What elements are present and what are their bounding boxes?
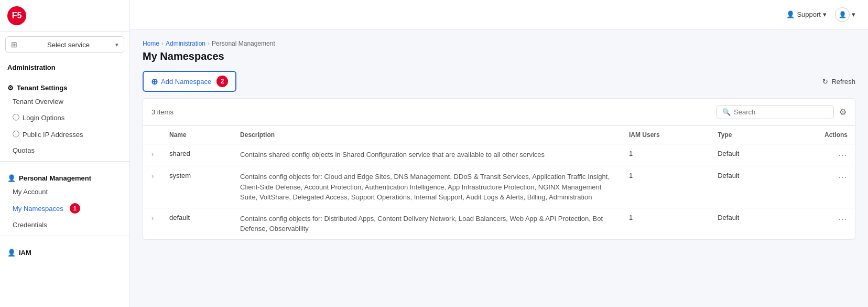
items-count: 3 items [151, 108, 173, 116]
col-actions: Actions [781, 126, 855, 144]
row-iam-users: 1 [622, 144, 710, 166]
personal-management-title: 👤 Personal Management [0, 169, 129, 184]
row-name: default [162, 208, 233, 239]
service-select[interactable]: ⊞ Select service ▾ [5, 36, 124, 53]
row-actions-button[interactable]: ··· [838, 172, 848, 183]
gear-icon: ⚙ [839, 108, 847, 117]
sidebar-divider-2 [0, 236, 129, 236]
toolbar: ⊕ Add Namespace 2 ↻ Refresh [143, 71, 855, 92]
tenant-settings-group: ⚙ Tenant Settings Tenant Overview ⓘ Logi… [0, 79, 129, 158]
f5-logo: F5 [7, 6, 26, 25]
add-namespace-button[interactable]: ⊕ Add Namespace 2 [143, 71, 236, 92]
support-icon: 👤 [786, 10, 795, 18]
sidebar-item-label: Tenant Overview [13, 98, 63, 105]
expand-row-button[interactable]: › [150, 150, 155, 159]
row-description: Contains config objects for: Cloud and E… [233, 166, 622, 208]
user-avatar: 👤 [835, 7, 850, 22]
personal-management-group: 👤 Personal Management My Account My Name… [0, 169, 129, 232]
sidebar-item-my-namespaces[interactable]: My Namespaces 1 [0, 199, 129, 217]
user-button[interactable]: 👤 ▾ [835, 7, 855, 22]
iam-section-title[interactable]: 👤 IAM [0, 244, 129, 259]
my-namespaces-badge: 1 [70, 203, 80, 214]
breadcrumb-current: Personal Management [212, 40, 275, 47]
sidebar-item-quotas[interactable]: Quotas [0, 143, 129, 158]
row-iam-users: 1 [622, 208, 710, 239]
row-type: Default [710, 144, 781, 166]
table-row: › default Contains config objects for: D… [143, 208, 855, 239]
sidebar-item-label: My Namespaces [13, 205, 63, 213]
tenant-settings-title: ⚙ Tenant Settings [0, 79, 129, 94]
sidebar-item-public-ip[interactable]: ⓘ Public IP Addresses [0, 126, 129, 143]
row-iam-users: 1 [622, 166, 710, 208]
namespaces-table-container: 3 items 🔍 ⚙ Name Description [143, 98, 855, 240]
grid-icon: ⊞ [11, 40, 17, 49]
table-settings-button[interactable]: ⚙ [839, 107, 847, 117]
search-and-settings: 🔍 ⚙ [717, 105, 847, 119]
sidebar-divider [0, 161, 129, 162]
row-description: Contains config objects for: Distributed… [233, 208, 622, 239]
sidebar: F5 ⊞ Select service ▾ Administration ⚙ T… [0, 0, 130, 307]
sidebar-item-my-account[interactable]: My Account [0, 184, 129, 199]
col-description: Description [233, 126, 622, 144]
sidebar-item-label: Public IP Addresses [23, 131, 83, 139]
breadcrumb-sep-2: › [208, 40, 210, 47]
refresh-label: Refresh [831, 78, 855, 86]
row-type: Default [710, 208, 781, 239]
support-label: Support [797, 10, 821, 18]
table-header-row: Name Description IAM Users Type Actions [143, 126, 855, 144]
support-button[interactable]: 👤 Support ▾ [786, 10, 827, 18]
breadcrumb: Home › Administration › Personal Managem… [143, 40, 855, 47]
logo-area: F5 [0, 0, 129, 32]
row-actions-button[interactable]: ··· [838, 214, 848, 225]
content-area: Home › Administration › Personal Managem… [130, 29, 868, 307]
admin-section-title: Administration [0, 57, 129, 75]
plus-icon: ⊕ [151, 77, 158, 87]
search-box: 🔍 [717, 105, 834, 119]
table-row: › system Contains config objects for: Cl… [143, 166, 855, 208]
sidebar-item-tenant-overview[interactable]: Tenant Overview [0, 94, 129, 109]
row-description: Contains shared config objects in Shared… [233, 144, 622, 166]
sidebar-item-label: Quotas [13, 146, 35, 154]
search-input[interactable] [734, 108, 828, 116]
refresh-icon: ↻ [822, 78, 828, 86]
row-actions-button[interactable]: ··· [838, 150, 848, 161]
sidebar-item-label: Credentials [13, 221, 47, 229]
chevron-down-icon: ▾ [115, 41, 118, 48]
topbar: 👤 Support ▾ 👤 ▾ [130, 0, 868, 29]
namespaces-table: Name Description IAM Users Type Actions … [143, 126, 855, 239]
sidebar-item-login-options[interactable]: ⓘ Login Options [0, 109, 129, 126]
row-type: Default [710, 166, 781, 208]
sidebar-item-credentials[interactable]: Credentials [0, 217, 129, 232]
breadcrumb-administration[interactable]: Administration [166, 40, 205, 47]
sidebar-item-label: Login Options [23, 114, 64, 122]
chevron-down-icon: ▾ [823, 10, 827, 18]
user-icon: 👤 [839, 11, 847, 18]
col-expand [143, 126, 162, 144]
iam-section: 👤 IAM [0, 244, 129, 259]
col-type: Type [710, 126, 781, 144]
person-icon: 👤 [7, 174, 16, 182]
user-chevron-icon: ▾ [852, 10, 855, 18]
person-icon: 👤 [7, 249, 16, 257]
refresh-button[interactable]: ↻ Refresh [822, 78, 855, 86]
breadcrumb-sep-1: › [161, 40, 164, 47]
info-icon: ⓘ [13, 130, 19, 139]
breadcrumb-home[interactable]: Home [143, 40, 159, 47]
toolbar-left: ⊕ Add Namespace 2 [143, 71, 236, 92]
service-select-label: Select service [47, 41, 90, 49]
search-icon: 🔍 [722, 108, 731, 116]
table-header-bar: 3 items 🔍 ⚙ [143, 99, 855, 126]
topbar-right: 👤 Support ▾ 👤 ▾ [786, 7, 855, 22]
table-row: › shared Contains shared config objects … [143, 144, 855, 166]
expand-row-button[interactable]: › [150, 214, 155, 223]
row-name: shared [162, 144, 233, 166]
tenant-settings-icon: ⚙ [7, 84, 14, 92]
main-area: 👤 Support ▾ 👤 ▾ Home › Administration › … [130, 0, 868, 307]
add-namespace-badge: 2 [216, 76, 228, 87]
col-iam-users: IAM Users [622, 126, 710, 144]
page-title: My Namespaces [143, 50, 855, 62]
sidebar-item-label: My Account [13, 188, 48, 196]
add-namespace-label: Add Namespace [161, 78, 211, 86]
expand-row-button[interactable]: › [150, 172, 155, 181]
row-name: system [162, 166, 233, 208]
